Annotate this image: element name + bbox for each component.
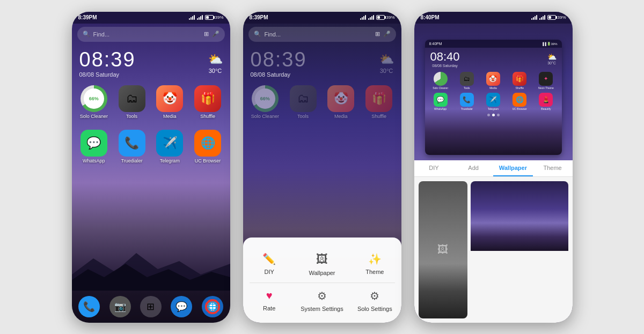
phone-1-app-grid-row1: 66% Solo Cleaner 🗂 Tools 🤡 Media 🎁 Shuff…	[72, 80, 230, 124]
app-whatsapp-label: WhatsApp	[83, 158, 105, 164]
app-telegram[interactable]: ✈️ Telegram	[152, 130, 188, 164]
p2-qr-icon[interactable]: ⊞	[375, 31, 380, 38]
app-truedialer[interactable]: 📞 Truedialer	[114, 130, 150, 164]
whatsapp-icon: 💬	[80, 130, 107, 157]
p2-mic-icon[interactable]: 🎤	[383, 31, 391, 38]
phone-3-bg: 8:40PM 39% 8	[414, 12, 573, 323]
p2-app-media-label: Media	[334, 114, 348, 119]
p2-shuffle-icon: 🎁	[365, 85, 392, 112]
p2-battery-pct: 39%	[386, 15, 394, 20]
mini-whatsapp-label: WhatsApp	[434, 107, 447, 110]
signal-icon-1	[189, 16, 195, 20]
tab-diy[interactable]: DIY	[414, 160, 454, 176]
app-ucbrowser[interactable]: 🌐 UC Browser	[190, 130, 226, 164]
app-tools[interactable]: 🗂 Tools	[114, 85, 150, 119]
p2-weather-temp: 30°C	[380, 68, 393, 74]
p2-search-text: Find...	[265, 31, 375, 38]
wallpaper-icon: 🖼	[316, 253, 328, 266]
phone-2-status-bar: 8:39PM 39%	[243, 12, 401, 24]
p2-app-media[interactable]: 🤡 Media	[323, 85, 359, 119]
mini-tools-icon: 🗂	[460, 72, 474, 86]
menu-diy[interactable]: ✏️ DIY	[243, 246, 296, 283]
phone-1-time: 8:39PM	[78, 14, 97, 20]
mini-ucbrowser-label: UC Browser	[513, 107, 527, 110]
mini-tools: 🗂 Tools	[455, 72, 479, 90]
dot-1	[487, 114, 490, 116]
dock-chrome[interactable]: 🌐	[197, 295, 228, 318]
mic-icon[interactable]: 🎤	[212, 31, 219, 38]
mini-ucbrowser: 🌐 UC Browser	[507, 93, 532, 110]
truedialer-icon: 📞	[119, 130, 145, 157]
p2-clock-date: 08/08 Saturday	[251, 71, 307, 78]
phone-3-status-icons: 39%	[531, 15, 566, 20]
app-shuffle[interactable]: 🎁 Shuffle	[190, 85, 226, 119]
menu-theme-label: Theme	[365, 269, 384, 275]
phone-1-clock: 08:39 08/08 Saturday ⛅ 30°C	[72, 45, 230, 80]
mini-whatsapp: 💬 WhatsApp	[428, 93, 453, 110]
clock-right: ⛅ 30°C	[208, 53, 223, 74]
menu-solo-settings[interactable]: ⚙ Solo Settings	[348, 283, 401, 318]
dock-camera[interactable]: 📷	[105, 295, 135, 318]
dot-2	[492, 114, 495, 116]
phone-1-app-grid-row2: 💬 WhatsApp 📞 Truedialer ✈️ Telegram 🌐 UC…	[72, 124, 230, 169]
dock-apps-icon: ⊞	[140, 296, 162, 317]
p2-signal-icon-2	[368, 16, 375, 20]
p3-battery-icon: 39%	[547, 15, 566, 20]
p2-solo-cleaner-icon: 66%	[252, 85, 279, 112]
clock-left: 08:39 08/08 Saturday	[79, 49, 136, 78]
mini-clock-time: 08:40	[430, 50, 460, 64]
tab-add[interactable]: Add	[453, 160, 493, 176]
tab-wallpaper[interactable]: Wallpaper	[493, 160, 533, 176]
dock-apps[interactable]: ⊞	[135, 295, 166, 318]
p2-app-tools[interactable]: 🗂 Tools	[285, 85, 321, 119]
menu-grid-row2: ♥ Rate ⚙ System Settings ⚙ Solo Settings	[243, 283, 401, 318]
menu-theme[interactable]: ✨ Theme	[348, 246, 401, 283]
p2-app-solo-cleaner[interactable]: 66% Solo Cleaner	[247, 85, 283, 119]
wallpaper-thumb-purple[interactable]	[471, 181, 568, 318]
mini-telegram-icon: ✈️	[486, 93, 500, 107]
menu-rate[interactable]: ♥ Rate	[243, 283, 296, 318]
p2-clock-right: ⛅ 30°C	[379, 53, 394, 74]
p2-weather-icon: ⛅	[379, 53, 394, 66]
app-solo-cleaner[interactable]: 66% Solo Cleaner	[76, 85, 112, 119]
solo-cleaner-icon: 66%	[80, 85, 107, 112]
menu-wallpaper[interactable]: 🖼 Wallpaper	[296, 246, 348, 283]
mini-clock-date: 08/08 Saturday	[430, 64, 460, 68]
mini-tools-label: Tools	[464, 86, 470, 90]
menu-rate-label: Rate	[263, 305, 275, 311]
mini-telegram-label: Telegram	[488, 107, 499, 110]
p3-signal-icon-1	[531, 16, 538, 20]
solo-settings-icon: ⚙	[370, 290, 379, 302]
phone-2-search-bar[interactable]: 🔍 Find... ⊞ 🎤	[248, 27, 396, 42]
app-media[interactable]: 🤡 Media	[152, 85, 188, 119]
wallpaper-gray-img: 🖼	[419, 181, 467, 318]
dock-chrome-icon: 🌐	[202, 296, 223, 317]
tools-icon: 🗂	[119, 85, 145, 112]
p2-app-shuffle[interactable]: 🎁 Shuffle	[361, 85, 397, 119]
wallpaper-tabs: DIY Add Wallpaper Theme	[414, 160, 573, 177]
mini-beautify-icon: 💄	[539, 93, 553, 107]
phone-2-bg: 8:39PM 39% 🔍 Find...	[243, 12, 401, 323]
p3-battery-pct: 39%	[557, 15, 566, 20]
menu-solo-settings-label: Solo Settings	[357, 306, 392, 312]
wallpaper-thumb-gray[interactable]: 🖼	[419, 181, 467, 318]
dots-indicator	[425, 112, 562, 118]
phone-1-search-bar[interactable]: 🔍 Find... ⊞ 🎤	[77, 27, 225, 42]
rate-icon: ♥	[266, 290, 273, 302]
ucbrowser-icon: 🌐	[194, 130, 221, 157]
tab-theme[interactable]: Theme	[533, 160, 573, 176]
mountains-silhouette	[72, 248, 230, 291]
dock-messages[interactable]: 💬	[166, 295, 197, 318]
app-whatsapp[interactable]: 💬 WhatsApp	[76, 130, 112, 164]
system-settings-icon: ⚙	[317, 290, 327, 302]
qr-icon[interactable]: ⊞	[204, 31, 209, 38]
dock-phone[interactable]: 📞	[74, 295, 105, 318]
wallpaper-add-icon: 🖼	[437, 243, 448, 256]
app-tools-label: Tools	[126, 114, 137, 119]
mini-neon: ✦ Neon Theme	[533, 72, 558, 90]
mini-solo-label: Solo Cleaner	[433, 86, 448, 90]
menu-system-settings[interactable]: ⚙ System Settings	[296, 283, 348, 318]
diy-icon: ✏️	[262, 253, 276, 265]
p2-clock-left: 08:39 08/08 Saturday	[251, 49, 307, 78]
p2-app-shuffle-label: Shuffle	[371, 114, 386, 119]
